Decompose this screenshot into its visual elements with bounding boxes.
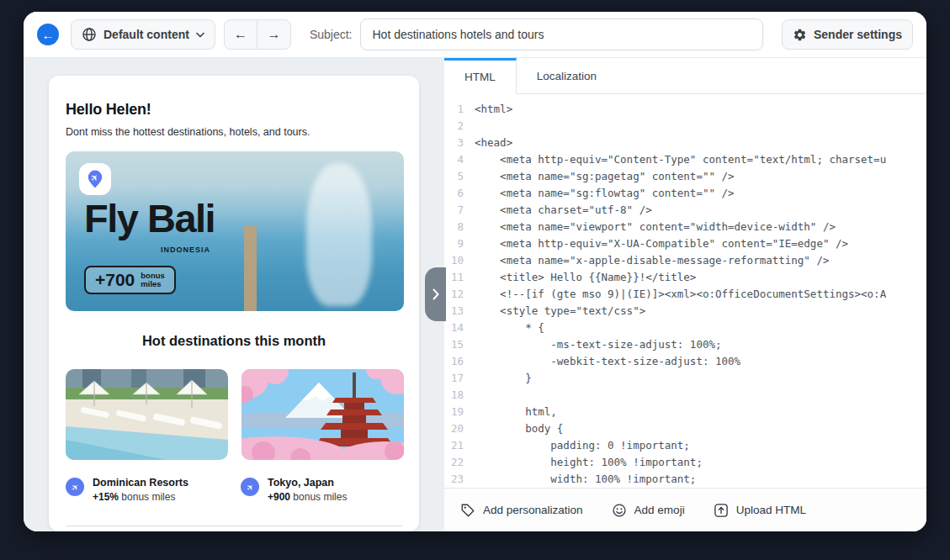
code-line: 10 <meta name="x-apple-disable-message-r… — [444, 252, 926, 269]
code-line: 12 <!--[if (gte mso 9)|(IE)]><xml><o:Off… — [444, 286, 926, 303]
hero-figure-decoration — [306, 163, 372, 306]
code-line: 11 <title> Hello {{Name}}!</title> — [444, 269, 926, 286]
hero-banner-image: ✈ Fly Bali INDONESIA +700 bonus miles — [66, 151, 404, 311]
line-number: 15 — [444, 336, 475, 353]
code-line: 20 body { — [444, 420, 926, 437]
code-line: 8 <meta name="viewport" content="width=d… — [444, 219, 926, 235]
hero-bonus-unit: bonus miles — [141, 272, 165, 289]
code-line: 7 <meta charset="utf-8" /> — [444, 202, 926, 219]
collapse-panel-handle[interactable] — [425, 267, 446, 321]
bonus-value: +900 — [268, 491, 290, 503]
line-number: 16 — [444, 353, 475, 370]
line-text: <meta http-equiv="Content-Type" content=… — [475, 151, 886, 168]
airline-pin-icon: ✈ — [79, 163, 111, 195]
code-line: 9 <meta http-equiv="X-UA-Compatible" con… — [444, 235, 926, 252]
code-line: 14 * { — [444, 320, 926, 336]
line-text: <!--[if (gte mso 9)|(IE)]><xml><o:Office… — [475, 286, 886, 303]
airplane-pin-icon: ✈ — [66, 478, 84, 496]
line-number: 18 — [444, 387, 475, 404]
upload-html-label: Upload HTML — [736, 504, 806, 516]
content-selector-label: Default content — [103, 28, 189, 41]
code-line: 23 width: 100% !important; — [444, 471, 926, 488]
bonus-value: +15% — [93, 491, 119, 503]
destination-caption-tokyo: ✈ Tokyo, Japan +900 bonus miles — [241, 477, 402, 503]
app-window: ← Default content ← → Subject: Sender se… — [24, 12, 926, 531]
code-line: 4 <meta http-equiv="Content-Type" conten… — [444, 151, 926, 168]
editor-footer-toolbar: Add personalization Add emoji — [444, 488, 926, 531]
airplane-icon: ✈ — [69, 481, 81, 493]
email-preview-card: Hello Helen! Dont miss the hottest desti… — [49, 76, 419, 531]
top-toolbar: ← Default content ← → Subject: Sender se… — [24, 12, 926, 58]
line-number: 1 — [444, 101, 475, 118]
hero-title: Fly Bali — [84, 195, 215, 241]
destination-images-row — [66, 369, 402, 460]
line-number: 4 — [444, 151, 475, 168]
back-arrow-icon: ← — [42, 28, 55, 42]
line-number: 8 — [444, 219, 475, 235]
line-number: 10 — [444, 252, 475, 269]
code-line: 15 -ms-text-size-adjust: 100%; — [444, 336, 926, 353]
hero-bonus-unit-line2: miles — [141, 279, 161, 288]
add-personalization-button[interactable]: Add personalization — [460, 503, 583, 518]
line-number: 2 — [444, 118, 475, 135]
line-number: 7 — [444, 202, 475, 219]
destination-name: Dominican Resorts — [93, 477, 188, 489]
line-number: 14 — [444, 320, 475, 336]
arrow-left-icon: ← — [234, 27, 247, 42]
line-text: <meta name="sg:pagetag" content="" /> — [475, 168, 735, 185]
line-text: <head> — [475, 135, 512, 151]
tab-localization[interactable]: Localization — [517, 58, 617, 93]
line-number: 12 — [444, 286, 475, 303]
line-text: padding: 0 !important; — [475, 437, 690, 454]
line-text: -webkit-text-size-adjust: 100% — [475, 353, 740, 370]
code-line: 1<html> — [444, 101, 926, 118]
smiley-icon — [612, 503, 627, 518]
destination-image-dominican — [66, 369, 228, 460]
code-line: 18 — [444, 387, 926, 404]
line-text: -ms-text-size-adjust: 100%; — [475, 336, 722, 353]
destination-image-tokyo — [241, 369, 404, 460]
redo-forward-button[interactable]: → — [257, 20, 290, 49]
line-text: <style type="text/css"> — [475, 303, 645, 320]
content-selector-dropdown[interactable]: Default content — [71, 19, 215, 50]
html-code-editor[interactable]: 1<html> 2 3<head> 4 <meta http-equiv="Co… — [444, 94, 926, 488]
line-number: 17 — [444, 370, 475, 387]
line-text: <meta http-equiv="X-UA-Compatible" conte… — [475, 235, 848, 252]
line-text: <meta charset="utf-8" /> — [475, 202, 652, 219]
undo-back-button[interactable]: ← — [225, 20, 257, 49]
line-number: 9 — [444, 235, 475, 252]
add-emoji-button[interactable]: Add emoji — [612, 503, 685, 518]
arrow-right-icon: → — [267, 27, 280, 42]
hero-subtitle: INDONESIA — [161, 246, 210, 254]
back-button[interactable]: ← — [37, 24, 59, 45]
line-number: 22 — [444, 454, 475, 471]
subject-label: Subject: — [310, 28, 353, 41]
code-line: 19 html, — [444, 404, 926, 420]
code-line: 22 height: 100% !important; — [444, 454, 926, 471]
editor-tabbar: HTML Localization — [444, 58, 926, 94]
upload-icon — [714, 503, 729, 518]
upload-html-button[interactable]: Upload HTML — [714, 503, 806, 518]
line-number: 3 — [444, 135, 475, 151]
line-text: <meta name="x-apple-disable-message-refo… — [475, 252, 829, 269]
email-subtitle: Dont miss the hottest destinations, hote… — [66, 126, 402, 138]
sender-settings-button[interactable]: Sender settings — [782, 19, 913, 50]
destination-bonus: +15% bonus miles — [93, 491, 188, 503]
line-number: 20 — [444, 420, 475, 437]
email-preview-pane: Hello Helen! Dont miss the hottest desti… — [24, 58, 444, 531]
destination-name: Tokyo, Japan — [268, 477, 347, 489]
line-text: html, — [475, 404, 557, 420]
line-text: height: 100% !important; — [475, 454, 703, 471]
line-number: 21 — [444, 437, 475, 454]
line-number: 11 — [444, 269, 475, 286]
line-number: 19 — [444, 404, 475, 420]
code-line: 5 <meta name="sg:pagetag" content="" /> — [444, 168, 926, 185]
code-line: 16 -webkit-text-size-adjust: 100% — [444, 353, 926, 370]
tab-html[interactable]: HTML — [444, 58, 517, 94]
line-number: 5 — [444, 168, 475, 185]
line-text: <meta name="viewport" content="width=dev… — [475, 219, 836, 235]
hero-post-decoration — [244, 225, 257, 311]
destinations-section-title: Hot destinations this month — [66, 333, 402, 349]
subject-input[interactable] — [360, 18, 762, 50]
email-greeting: Hello Helen! — [66, 101, 402, 119]
